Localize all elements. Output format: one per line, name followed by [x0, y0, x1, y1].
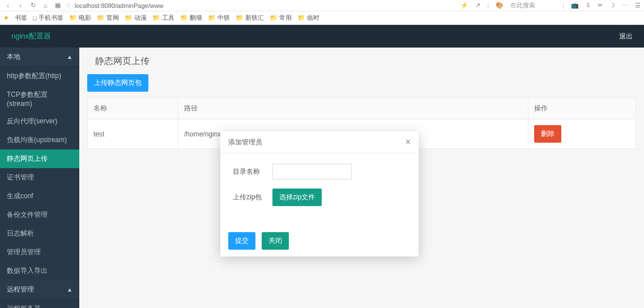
back-icon[interactable]: ‹: [3, 1, 12, 10]
palette-icon[interactable]: 🎨: [496, 2, 504, 9]
bookmark-root[interactable]: 书签: [15, 14, 27, 22]
bookmark-folder[interactable]: 📁常用: [270, 14, 292, 22]
sidebar-item-tcp[interactable]: TCP参数配置(stream): [0, 85, 79, 112]
sidebar-item-backup[interactable]: 备份文件管理: [0, 206, 79, 224]
sidebar-item-static-upload[interactable]: 静态网页上传: [0, 149, 79, 168]
home-icon[interactable]: ⌂: [41, 1, 50, 10]
menu-icon[interactable]: ☰: [635, 2, 641, 9]
bookmark-folder[interactable]: 📁动漫: [125, 14, 147, 22]
zip-label: 上传zip包: [233, 192, 267, 202]
delete-button[interactable]: 删除: [534, 125, 561, 143]
page-title: 静态网页上传: [95, 55, 636, 67]
th-op: 操作: [528, 98, 636, 119]
upload-button[interactable]: 上传静态网页包: [87, 74, 148, 92]
sidebar-item-data[interactable]: 数据导入导出: [0, 262, 79, 280]
cut-icon[interactable]: ✂: [598, 2, 603, 9]
cancel-button[interactable]: 关闭: [262, 232, 289, 250]
sidebar-group-local[interactable]: 本地 ▲: [0, 48, 79, 67]
sidebar-group-remote[interactable]: 远程管理 ▲: [0, 280, 79, 300]
more-icon[interactable]: ⋯: [622, 2, 628, 9]
address-bar[interactable]: ☆ localhost:8080/adminPage/www: [66, 2, 460, 9]
sidebar: 本地 ▲ http参数配置(http) TCP参数配置(stream) 反向代理…: [0, 48, 79, 308]
download-icon[interactable]: ⇩: [586, 2, 591, 9]
video-icon[interactable]: 📺: [571, 2, 579, 9]
favorite-icon[interactable]: ☆: [66, 2, 71, 9]
app-header: nginx配置器 退出: [0, 25, 644, 48]
bookmark-folder[interactable]: 📁新轶汇: [236, 14, 264, 22]
sidebar-item-admin[interactable]: 管理员管理: [0, 243, 79, 262]
bookmark-folder[interactable]: 📁工具: [152, 14, 174, 22]
folder-icon: 📁: [69, 14, 77, 22]
reload-icon[interactable]: ↻: [28, 1, 37, 10]
modal-title: 添加管理员: [228, 138, 262, 147]
folder-icon: 📁: [180, 14, 188, 22]
folder-icon: 📁: [270, 14, 278, 22]
folder-icon: 📁: [152, 14, 160, 22]
chevron-up-icon: ▲: [67, 286, 72, 293]
bookmark-folder[interactable]: 📁电影: [69, 14, 91, 22]
dir-name-input[interactable]: [272, 164, 352, 179]
cell-op: 删除: [528, 119, 636, 149]
select-zip-button[interactable]: 选择zip文件: [272, 189, 322, 206]
sidebar-item-remote-server[interactable]: 远程服务器: [0, 300, 79, 308]
folder-icon: 📁: [236, 14, 244, 22]
bookmark-folder[interactable]: 📁中轶: [208, 14, 230, 22]
bookmark-mobile[interactable]: □手机书签: [33, 14, 63, 22]
search-box[interactable]: 在此搜索: [510, 1, 556, 10]
sidebar-item-upstream[interactable]: 负载均衡(upstream): [0, 131, 79, 149]
bookmark-folder[interactable]: 📁官网: [97, 14, 119, 22]
folder-icon: 📁: [97, 14, 105, 22]
sidebar-item-log[interactable]: 日志解析: [0, 224, 79, 243]
submit-button[interactable]: 提交: [228, 232, 255, 250]
sidebar-item-http[interactable]: http参数配置(http): [0, 67, 79, 85]
sidebar-item-server[interactable]: 反向代理(server): [0, 112, 79, 131]
close-icon[interactable]: ×: [406, 137, 411, 147]
dir-label: 目录名称: [233, 167, 267, 177]
theme-icon[interactable]: ☽: [609, 2, 615, 9]
separator: |: [487, 2, 489, 9]
share-icon[interactable]: ↗: [475, 2, 480, 9]
separator: |: [562, 2, 564, 9]
browser-toolbar: ‹ › ↻ ⌂ ▦ ☆ localhost:8080/adminPage/www…: [0, 0, 644, 11]
cell-name: test: [88, 119, 178, 149]
logout-link[interactable]: 退出: [619, 32, 633, 41]
star-icon: ★: [3, 14, 9, 22]
bookmark-folder[interactable]: 📁临时: [297, 14, 319, 22]
folder-icon: 📁: [125, 14, 133, 22]
modal-add-admin: 添加管理员 × 目录名称 上传zip包 选择zip文件 提交 关闭: [220, 131, 419, 256]
folder-icon: 📁: [208, 14, 216, 22]
folder-icon: 📁: [297, 14, 305, 22]
brand-title: nginx配置器: [11, 31, 51, 41]
sidebar-item-cert[interactable]: 证书管理: [0, 168, 79, 187]
bolt-icon[interactable]: ⚡: [460, 2, 468, 9]
url-text: localhost:8080/adminPage/www: [75, 2, 164, 9]
sidebar-item-conf[interactable]: 生成conf: [0, 187, 79, 206]
chevron-up-icon: ▲: [67, 54, 72, 60]
bookmark-folder[interactable]: 📁翻墙: [180, 14, 202, 22]
mobile-icon: □: [33, 15, 37, 22]
ext-icon[interactable]: ▦: [53, 1, 62, 10]
forward-icon[interactable]: ›: [16, 1, 25, 10]
th-path: 路径: [178, 98, 528, 119]
th-name: 名称: [88, 98, 178, 119]
bookmark-bar: ★ 书签 □手机书签 📁电影 📁官网 📁动漫 📁工具 📁翻墙 📁中轶 📁新轶汇 …: [0, 11, 644, 25]
